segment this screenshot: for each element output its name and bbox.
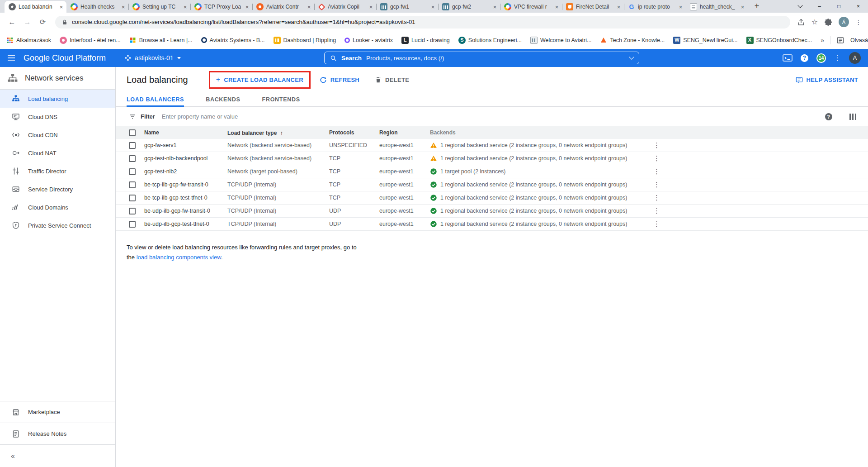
browser-avatar[interactable]: Á — [839, 17, 849, 27]
help-assistant-button[interactable]: HELP ASSISTANT — [796, 76, 858, 84]
account-avatar[interactable]: A — [849, 52, 861, 64]
sidebar-item-release-notes[interactable]: Release Notes — [0, 423, 115, 444]
tab-close-icon[interactable]: × — [429, 4, 436, 10]
gcp-search-box[interactable]: Search Products, resources, docs (/) — [324, 52, 639, 64]
help-icon[interactable]: ? — [801, 54, 808, 62]
bookmark-looker-aviatrix[interactable]: Looker - aviatrix — [344, 37, 393, 43]
table-row-be-udp-ilb-gcp-fw-transit-0[interactable]: be-udp-ilb-gcp-fw-transit-0TCP/UDP (Inte… — [116, 205, 868, 218]
hamburger-menu-icon[interactable] — [7, 54, 15, 62]
tab-close-icon[interactable]: × — [58, 4, 65, 10]
sidebar-item-service-directory[interactable]: Service Directory — [0, 180, 115, 198]
tab-frontends[interactable]: FRONTENDS — [262, 93, 300, 106]
tab-close-icon[interactable]: × — [491, 4, 498, 10]
row-actions-button[interactable]: ⋮ — [653, 141, 660, 149]
sidebar-item-private-service-connect[interactable]: Private Service Connect — [0, 216, 115, 234]
close-button[interactable]: × — [849, 0, 868, 13]
browser-tab-gcp-fw1[interactable]: gcp-fw1× — [376, 1, 438, 13]
browser-profile-chevron-icon[interactable] — [790, 0, 810, 13]
browser-tab-health-checks[interactable]: Health checks× — [66, 1, 128, 13]
reading-list-label[interactable]: Olvasási lista — [850, 37, 868, 43]
column-header-region[interactable]: Region — [379, 129, 430, 136]
browser-tab-setting-up-tc[interactable]: Setting up TC× — [128, 1, 190, 13]
bookmark-interfood-tel-ren[interactable]: Interfood - étel ren... — [60, 37, 121, 44]
sidebar-item-marketplace[interactable]: Marketplace — [0, 401, 115, 423]
bookmark-welcome-to-aviatri[interactable]: Welcome to Aviatri... — [530, 37, 591, 44]
row-checkbox[interactable] — [129, 142, 136, 149]
tab-close-icon[interactable]: × — [306, 4, 312, 10]
table-row-be-tcp-ilb-gcp-fw-transit-0[interactable]: be-tcp-ilb-gcp-fw-transit-0TCP/UDP (Inte… — [116, 178, 868, 191]
browser-tab-tcp-proxy-loa[interactable]: TCP Proxy Loa× — [190, 1, 252, 13]
bookmark-alkalmaz-sok[interactable]: Alkalmazások — [6, 37, 51, 44]
new-tab-button[interactable]: + — [751, 1, 762, 11]
bookmark-dashboard-rippling[interactable]: Dashboard | Rippling — [274, 37, 336, 44]
browser-tab-firenet-detail[interactable]: FireNet Detail× — [562, 1, 624, 13]
bookmark-tech-zone-knowle[interactable]: Tech Zone - Knowle... — [600, 37, 665, 44]
browser-tab-aviatrix-contr[interactable]: Aviatrix Contr× — [252, 1, 314, 13]
url-bar[interactable]: console.cloud.google.com/net-services/lo… — [55, 16, 790, 29]
more-options-icon[interactable]: ⋮ — [834, 54, 841, 62]
tab-backends[interactable]: BACKENDS — [206, 93, 240, 106]
browser-tab-health-check[interactable]: health_check_× — [686, 1, 748, 13]
tab-load-balancers[interactable]: LOAD BALANCERS — [127, 93, 184, 106]
browser-tab-ip-route-proto[interactable]: Gip route proto× — [624, 1, 686, 13]
row-checkbox[interactable] — [129, 208, 136, 214]
project-selector[interactable]: astipkovits-01 — [125, 54, 181, 62]
row-actions-button[interactable]: ⋮ — [653, 220, 660, 228]
row-checkbox[interactable] — [129, 155, 136, 162]
sidebar-item-cloud-domains[interactable]: Cloud Domains — [0, 198, 115, 216]
row-checkbox[interactable] — [129, 221, 136, 228]
bookmark-lucid-drawing[interactable]: LLucid - drawing — [401, 37, 450, 44]
bookmark-aviatrix-systems-b[interactable]: Aviatrix Systems - B... — [201, 37, 265, 43]
delete-button[interactable]: DELETE — [375, 76, 409, 83]
sidebar-collapse-button[interactable]: « — [0, 445, 115, 467]
tab-close-icon[interactable]: × — [553, 4, 560, 10]
browser-tab-gcp-fw2[interactable]: gcp-fw2× — [438, 1, 500, 13]
sidebar-item-traffic-director[interactable]: Traffic Director — [0, 162, 115, 180]
column-header-type[interactable]: Load balancer type↑ — [227, 129, 329, 136]
minimize-button[interactable]: – — [810, 0, 829, 13]
tab-close-icon[interactable]: × — [677, 4, 684, 10]
gcp-logo[interactable]: Google Cloud Platform — [24, 53, 106, 63]
row-actions-button[interactable]: ⋮ — [653, 181, 660, 188]
tab-close-icon[interactable]: × — [615, 4, 622, 10]
tab-close-icon[interactable]: × — [368, 4, 374, 10]
row-actions-button[interactable]: ⋮ — [653, 154, 660, 162]
tab-close-icon[interactable]: × — [182, 4, 189, 10]
row-checkbox[interactable] — [129, 181, 136, 188]
filter-input[interactable] — [162, 113, 816, 120]
tab-close-icon[interactable]: × — [120, 4, 127, 10]
extensions-puzzle-icon[interactable] — [824, 18, 832, 26]
table-row-be-udp-ilb-gcp-test-tfnet-0[interactable]: be-udp-ilb-gcp-test-tfnet-0TCP/UDP (Inte… — [116, 218, 868, 231]
forward-button[interactable]: → — [22, 18, 33, 26]
table-row-gcp-test-nlb2[interactable]: gcp-test-nlb2Network (target pool-based)… — [116, 165, 868, 178]
share-icon[interactable] — [797, 18, 805, 26]
tab-close-icon[interactable]: × — [739, 4, 746, 10]
browser-menu-icon[interactable]: ⋮ — [855, 19, 862, 26]
load-balancing-components-link[interactable]: load balancing components view — [137, 254, 221, 261]
row-actions-button[interactable]: ⋮ — [653, 207, 660, 214]
reload-button[interactable]: ⟳ — [37, 18, 48, 26]
sidebar-item-cloud-dns[interactable]: Cloud DNS — [0, 108, 115, 126]
row-actions-button[interactable]: ⋮ — [653, 167, 660, 175]
bookmarks-overflow-icon[interactable]: » — [821, 37, 824, 44]
bookmark-seng-newhiregui[interactable]: WSENG_NewHireGui... — [673, 37, 737, 44]
browser-tab-load-balancin[interactable]: Load balancin× — [5, 1, 66, 13]
sidebar-item-cloud-nat[interactable]: Cloud NAT — [0, 144, 115, 162]
bookmark-star-icon[interactable]: ☆ — [811, 18, 818, 26]
table-row-be-tcp-ilb-gcp-test-tfnet-0[interactable]: be-tcp-ilb-gcp-test-tfnet-0TCP/UDP (Inte… — [116, 191, 868, 205]
create-load-balancer-button[interactable]: + CREATE LOAD BALANCER — [216, 76, 303, 84]
filter-help-icon[interactable]: ? — [825, 113, 832, 120]
table-row-gcp-fw-serv1[interactable]: gcp-fw-serv1Network (backend service-bas… — [116, 139, 868, 152]
cloud-shell-icon[interactable] — [783, 54, 793, 62]
bookmark-browse-all-learn[interactable]: Browse all - Learn |... — [129, 37, 193, 44]
notifications-badge[interactable]: 14 — [816, 53, 826, 63]
bookmark-sengonboardchec[interactable]: XSENGOnboardChec... — [746, 37, 812, 44]
select-all-checkbox[interactable] — [129, 129, 136, 136]
row-checkbox[interactable] — [129, 168, 136, 175]
sidebar-item-cloud-cdn[interactable]: Cloud CDN — [0, 126, 115, 144]
tab-close-icon[interactable]: × — [244, 4, 250, 10]
search-chevron-down-icon[interactable] — [629, 54, 634, 59]
table-row-gcp-test-nlb-backendpool[interactable]: gcp-test-nlb-backendpoolNetwork (backend… — [116, 152, 868, 165]
refresh-button[interactable]: REFRESH — [320, 76, 359, 84]
back-button[interactable]: ← — [6, 18, 18, 26]
